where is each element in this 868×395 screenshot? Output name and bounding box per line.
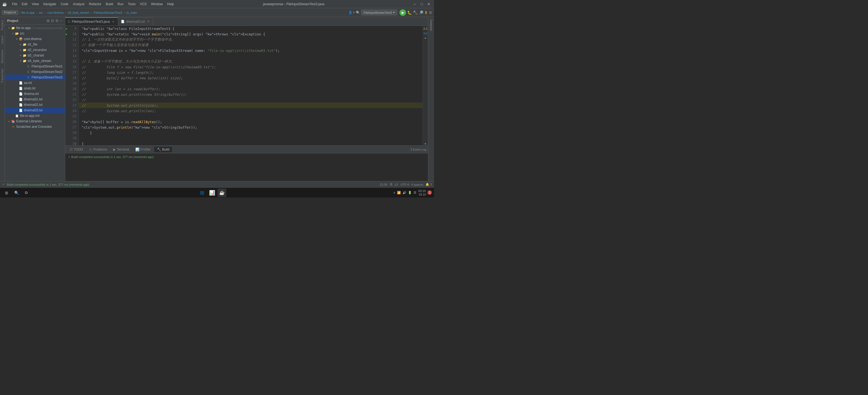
tree-expand-icon[interactable]: ▸: [7, 119, 11, 123]
code-line-10[interactable]: "kw">public "kw">static "kw">void main("…: [79, 31, 423, 37]
gutter-scroll-down[interactable]: ▼: [424, 142, 427, 145]
sidebar-item-learn[interactable]: Learn: [1, 36, 4, 44]
notification-button[interactable]: 3: [427, 190, 432, 195]
tree-item-d3_charset[interactable]: ▸📁d3_charset: [5, 53, 65, 58]
bottom-tab-profiler[interactable]: 📊 Profiler: [133, 147, 154, 152]
maximize-button[interactable]: □: [418, 1, 425, 7]
tree-item-d1_file[interactable]: ▸📁d1_file: [5, 42, 65, 47]
build-button[interactable]: 🔨: [413, 10, 417, 15]
code-area[interactable]: "kw">public "kw">class FileInputStreamTe…: [79, 26, 423, 145]
close-button[interactable]: ✕: [426, 1, 432, 7]
search-everywhere-icon[interactable]: 🔎: [418, 10, 423, 15]
menu-window[interactable]: Window: [149, 2, 165, 7]
code-line-13[interactable]: "cls">InputStream is = "kw">new "cls">Fi…: [79, 48, 423, 53]
taskbar-windows-icon[interactable]: ⊞: [198, 189, 207, 197]
indent-status[interactable]: 4 spaces: [411, 183, 423, 186]
breadcrumb-src[interactable]: src: [39, 11, 43, 14]
tree-item-abab.txt[interactable]: 📄abab.txt: [5, 86, 65, 91]
tree-item-scratches-and-consoles[interactable]: ✏Scratches and Consoles: [5, 124, 65, 130]
breadcrumb-d4[interactable]: d4_byte_stream: [68, 11, 89, 14]
code-line-27[interactable]: "cls">System.out.println("kw">new "cls">…: [79, 124, 423, 130]
breadcrumb-file-io-app[interactable]: file-io-app: [21, 11, 34, 14]
clock[interactable]: 03:10 03 10: [418, 189, 426, 196]
tree-expand-icon[interactable]: ▸: [19, 43, 23, 46]
exec-btn-10[interactable]: ▶: [66, 33, 67, 36]
tab-fileinputstreamtest3[interactable]: C FileInputStreamTest3.java ✕: [65, 17, 118, 26]
code-line-28[interactable]: }: [79, 130, 423, 136]
tray-network[interactable]: 📶: [397, 191, 401, 195]
menu-run[interactable]: Run: [116, 2, 125, 7]
tree-item-external-libraries[interactable]: ▸📚External Libraries: [5, 118, 65, 124]
menu-refactor[interactable]: Refactor: [87, 2, 103, 7]
code-line-12[interactable]: // 创建一个字节输入流管道与源文件接通: [79, 42, 423, 48]
run-config-dropdown[interactable]: FileInputStreamTest3 ▾: [361, 9, 397, 16]
code-line-15[interactable]: // 2、准备一个字节数组，大小与文件的大小正好一样大。: [79, 59, 423, 64]
tree-expand-icon[interactable]: ▾: [7, 26, 11, 30]
start-button[interactable]: ⊞: [2, 189, 11, 197]
menu-file[interactable]: File: [10, 2, 19, 7]
code-line-25[interactable]: [79, 114, 423, 119]
menu-help[interactable]: Help: [165, 2, 176, 7]
tree-item-com.itheima[interactable]: ▾📦com.itheima: [5, 36, 65, 42]
debug-button[interactable]: 🐛: [407, 10, 412, 15]
tree-item-src[interactable]: ▾📂src: [5, 31, 65, 36]
breadcrumb-main[interactable]: io_main: [127, 11, 137, 14]
bottom-tab-todo[interactable]: ☑ TODO: [67, 147, 86, 152]
gutter-scroll-up[interactable]: ▲: [424, 36, 427, 39]
panel-settings-icon[interactable]: ⚙: [55, 18, 59, 23]
breadcrumb-test3[interactable]: FileInputStreamTest3: [94, 11, 122, 14]
tray-ime[interactable]: 英: [413, 191, 416, 195]
panel-minimize-icon[interactable]: ─: [60, 18, 63, 23]
tree-expand-icon[interactable]: ▸: [19, 48, 23, 52]
line-ending[interactable]: LF: [395, 183, 398, 186]
warning-indicator[interactable]: ⚠1: [423, 26, 428, 31]
menu-navigate[interactable]: Navigate: [41, 2, 58, 7]
sidebar-item-structure[interactable]: Structure: [1, 50, 4, 63]
collapse-all-button[interactable]: ⊟: [51, 18, 54, 23]
info-indicator[interactable]: ✎2: [423, 31, 428, 36]
bottom-tab-build[interactable]: 🔨 Build: [154, 147, 172, 152]
sidebar-item-project[interactable]: Project: [1, 20, 4, 30]
menu-edit[interactable]: Edit: [20, 2, 29, 7]
code-line-11[interactable]: // 1、一次性读取完文件的全部字节到一个字节数组中去。: [79, 37, 423, 42]
code-line-26[interactable]: "kw">byte[] buffer = is.readAllBytes();: [79, 119, 423, 124]
menu-vcs[interactable]: VCS: [138, 2, 149, 7]
expand-all-button[interactable]: ⊞: [46, 18, 50, 23]
tree-expand-icon[interactable]: ▾: [15, 37, 19, 41]
tree-expand-icon[interactable]: ▾: [11, 32, 15, 35]
tree-item-itheima02.txt[interactable]: 📄itheima02.txt: [5, 102, 65, 108]
tree-expand-icon[interactable]: ▾: [19, 59, 23, 63]
tree-item-itheima03.txt[interactable]: 📄itheima03.txt: [5, 108, 65, 113]
code-line-18[interactable]: // byte[] buffer = new byte[(int) size];: [79, 75, 423, 81]
menu-tools[interactable]: Tools: [126, 2, 137, 7]
run-button[interactable]: ▶: [400, 9, 406, 16]
tab-close-txt[interactable]: ✕: [147, 20, 150, 23]
code-line-22[interactable]: //: [79, 97, 423, 103]
project-nav-button[interactable]: Project ▾: [2, 10, 18, 15]
tree-expand-icon[interactable]: ▸: [19, 54, 23, 57]
tree-item-aa.txt[interactable]: 📄aa.txt: [5, 80, 65, 86]
tree-item-d2_recursion[interactable]: ▸📁d2_recursion: [5, 47, 65, 53]
tray-volume[interactable]: 🔊: [402, 191, 406, 195]
code-line-30[interactable]: }: [79, 141, 423, 145]
menu-analyze[interactable]: Analyze: [71, 2, 87, 7]
ime-status[interactable]: 英: [390, 182, 393, 187]
code-line-14[interactable]: [79, 53, 423, 59]
breadcrumb-com-itheima[interactable]: com.itheima: [48, 11, 64, 14]
code-line-21[interactable]: // System.out.println(new String(buffer)…: [79, 92, 423, 97]
tab-close-java[interactable]: ✕: [112, 20, 115, 24]
tree-item-itheima.txt[interactable]: 📄itheima.txt: [5, 91, 65, 96]
tree-item-file-io-app.iml[interactable]: 📋file-io-app.iml: [5, 113, 65, 118]
code-line-20[interactable]: // int len = is.read(buffer);: [79, 86, 423, 92]
event-log-status[interactable]: 🔔 3: [426, 183, 432, 186]
menu-view[interactable]: View: [30, 2, 41, 7]
tree-item-itheima01.txt[interactable]: 📄itheima01.txt: [5, 96, 65, 102]
taskbar-powerpoint[interactable]: 📊: [208, 189, 216, 197]
exec-btn-9[interactable]: ▶: [66, 27, 67, 30]
tree-item-fileinputstreamtest1[interactable]: CFileInputStreamTest1: [5, 64, 65, 69]
code-line-29[interactable]: [79, 136, 423, 141]
code-line-24[interactable]: // System.out.println(len);: [79, 108, 423, 114]
code-line-19[interactable]: //: [79, 81, 423, 86]
minimize-button[interactable]: ─: [411, 1, 417, 7]
encoding-status[interactable]: UTF-8: [401, 183, 409, 186]
